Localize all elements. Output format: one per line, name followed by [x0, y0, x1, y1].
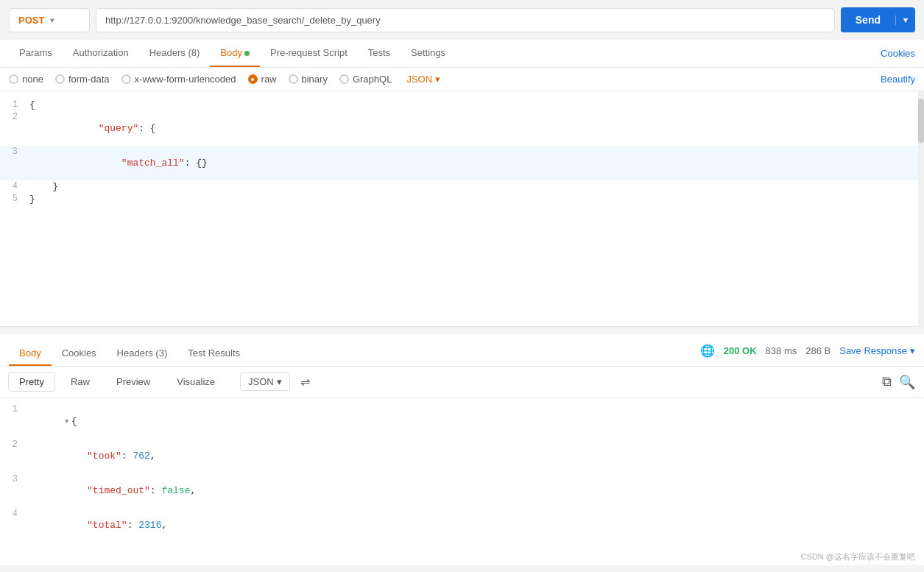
method-chevron: ▾ [50, 16, 54, 24]
copy-icon[interactable]: ⧉ [882, 374, 892, 389]
line-content-3: "match_all": {} [29, 146, 924, 180]
body-form-data-label: form-data [68, 74, 110, 85]
radio-graphql [339, 74, 349, 84]
response-actions: ⧉ 🔍 [882, 374, 915, 390]
format-raw[interactable]: Raw [60, 372, 100, 391]
body-urlencoded-label: x-www-form-urlencoded [135, 74, 236, 85]
response-tab-test-results[interactable]: Test Results [177, 342, 250, 366]
code-editor-area[interactable]: 1 { 2 "query": { 3 "match_all": {} 4 } 5 [0, 91, 924, 327]
globe-icon: 🌐 [700, 344, 715, 358]
json-format-label: JSON [406, 74, 432, 85]
method-dropdown[interactable]: POST ▾ [9, 8, 90, 32]
body-options: none form-data x-www-form-urlencoded raw… [0, 68, 924, 91]
body-binary[interactable]: binary [289, 74, 328, 85]
collapse-icon-1[interactable]: ▾ [64, 416, 70, 427]
tab-tests[interactable]: Tests [358, 40, 401, 67]
format-preview[interactable]: Preview [106, 372, 161, 391]
code-line-1: 1 { [0, 99, 924, 111]
response-json-label: JSON [248, 376, 274, 387]
body-graphql[interactable]: GraphQL [339, 74, 392, 85]
resp-line-num-4: 4 [0, 509, 29, 519]
line-content-5: } [29, 194, 924, 205]
code-line-2: 2 "query": { [0, 111, 924, 146]
url-input[interactable] [96, 8, 835, 32]
response-time: 838 ms [766, 345, 797, 356]
response-tab-headers[interactable]: Headers (3) [107, 342, 178, 366]
body-binary-label: binary [302, 74, 328, 85]
body-raw-label: raw [261, 74, 277, 85]
tab-pre-request[interactable]: Pre-request Script [260, 40, 358, 67]
editor-scrollbar[interactable] [918, 91, 924, 327]
body-none-label: none [22, 74, 43, 85]
code-line-5: 5 } [0, 193, 924, 205]
line-num-1: 1 [0, 99, 29, 110]
section-divider [0, 327, 924, 334]
tab-params[interactable]: Params [9, 40, 63, 67]
beautify-button[interactable]: Beautify [881, 74, 915, 85]
resp-line-content-3: "timed_out": false, [29, 474, 924, 507]
body-none[interactable]: none [9, 74, 43, 85]
resp-line-3: 3 "timed_out": false, [0, 473, 924, 508]
response-tab-cookies[interactable]: Cookies [52, 342, 107, 366]
response-tab-body[interactable]: Body [9, 342, 52, 366]
resp-line-num-3: 3 [0, 474, 29, 484]
response-tabs: Body Cookies Headers (3) Test Results 🌐 … [0, 334, 924, 367]
save-response-chevron: ▾ [910, 345, 915, 356]
watermark: CSDN @这名字应该不会重复吧 [0, 548, 924, 565]
resp-line-2: 2 "took": 762, [0, 439, 924, 473]
line-content-1: { [29, 99, 924, 110]
body-dot [244, 51, 250, 56]
resp-line-content-2: "took": 762, [29, 439, 924, 473]
request-tabs: Params Authorization Headers (8) Body Pr… [0, 40, 924, 68]
cookies-link[interactable]: Cookies [881, 48, 915, 59]
body-raw[interactable]: raw [248, 74, 277, 85]
resp-line-num-1: 1 [0, 404, 29, 414]
send-button[interactable]: Send ▾ [841, 7, 915, 32]
line-num-4: 4 [0, 181, 29, 191]
json-format-dropdown[interactable]: JSON ▾ [406, 74, 440, 85]
response-status-bar: 🌐 200 OK 838 ms 286 B Save Response ▾ [700, 344, 915, 364]
request-body-editor[interactable]: 1 { 2 "query": { 3 "match_all": {} 4 } 5 [0, 91, 924, 327]
line-content-2: "query": { [29, 112, 924, 145]
body-urlencoded[interactable]: x-www-form-urlencoded [121, 74, 236, 85]
radio-raw [248, 74, 258, 84]
tab-settings[interactable]: Settings [401, 40, 456, 67]
radio-none [9, 74, 18, 84]
resp-line-num-2: 2 [0, 439, 29, 450]
response-json-chevron: ▾ [277, 376, 282, 387]
status-ok: 200 OK [724, 345, 757, 356]
json-dropdown-chevron: ▾ [435, 74, 440, 85]
radio-form-data [55, 74, 65, 84]
resp-line-content-1: ▾{ [29, 404, 924, 438]
radio-binary [289, 74, 298, 84]
top-bar: POST ▾ Send ▾ [0, 0, 924, 40]
send-label: Send [841, 14, 895, 26]
response-body-viewer: 1 ▾{ 2 "took": 762, 3 "timed_out": false… [0, 398, 924, 548]
line-num-3: 3 [0, 146, 29, 157]
save-response-button[interactable]: Save Response ▾ [839, 345, 915, 356]
response-size: 286 B [805, 345, 830, 356]
response-json-dropdown[interactable]: JSON ▾ [240, 372, 290, 391]
body-form-data[interactable]: form-data [55, 74, 110, 85]
method-value: POST [18, 15, 44, 26]
body-graphql-label: GraphQL [353, 74, 392, 85]
editor-scrollbar-thumb [918, 99, 924, 143]
format-pretty[interactable]: Pretty [9, 372, 54, 391]
line-content-4: } [29, 181, 924, 192]
tab-headers[interactable]: Headers (8) [139, 40, 211, 67]
search-icon[interactable]: 🔍 [899, 374, 915, 390]
radio-urlencoded [121, 74, 131, 84]
code-line-3: 3 "match_all": {} [0, 146, 924, 180]
line-num-5: 5 [0, 194, 29, 204]
code-line-4: 4 } [0, 180, 924, 193]
format-visualize[interactable]: Visualize [166, 372, 225, 391]
line-num-2: 2 [0, 112, 29, 122]
tab-authorization[interactable]: Authorization [63, 40, 139, 67]
word-wrap-icon[interactable]: ⇌ [296, 373, 314, 390]
resp-line-4: 4 "total": 2316, [0, 508, 924, 543]
send-arrow-icon[interactable]: ▾ [895, 15, 915, 25]
resp-line-1: 1 ▾{ [0, 403, 924, 439]
resp-line-content-4: "total": 2316, [29, 509, 924, 542]
response-format-bar: Pretty Raw Preview Visualize JSON ▾ ⇌ ⧉ … [0, 367, 924, 398]
tab-body[interactable]: Body [210, 40, 260, 67]
